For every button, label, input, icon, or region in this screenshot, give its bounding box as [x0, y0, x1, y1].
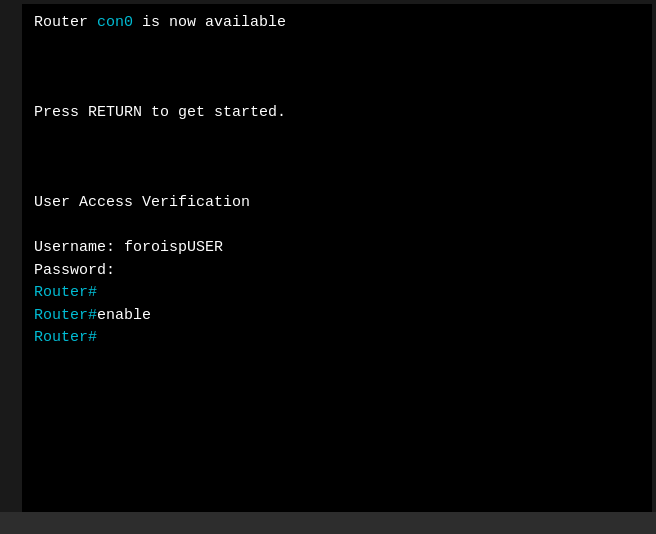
- terminal-line-uav: User Access Verification: [34, 192, 640, 215]
- terminal-line-enable: Router#enable: [34, 305, 640, 328]
- text-con0: con0: [97, 14, 133, 31]
- text-username: Username: foroispUSER: [34, 239, 223, 256]
- terminal-window[interactable]: Router con0 is now available Press RETUR…: [22, 4, 652, 512]
- blank-line: [34, 147, 640, 170]
- text-router: Router: [34, 14, 97, 31]
- text-enable: enable: [97, 307, 151, 324]
- blank-line: [34, 80, 640, 103]
- text-user-access: User Access Verification: [34, 194, 250, 211]
- blank-line: [34, 215, 640, 238]
- text-password: Password:: [34, 262, 115, 279]
- text-available: is now available: [133, 14, 286, 31]
- terminal-line-username: Username: foroispUSER: [34, 237, 640, 260]
- terminal-line-password: Password:: [34, 260, 640, 283]
- terminal-line-press: Press RETURN to get started.: [34, 102, 640, 125]
- terminal-line-1: Router con0 is now available: [34, 12, 640, 35]
- text-press-return: Press RETURN to get started.: [34, 104, 286, 121]
- text-prompt2: Router#: [34, 307, 97, 324]
- status-bar: [0, 512, 656, 534]
- text-prompt1: Router#: [34, 284, 97, 301]
- text-prompt3: Router#: [34, 329, 97, 346]
- blank-line: [34, 35, 640, 58]
- blank-line: [34, 57, 640, 80]
- terminal-line-prompt3: Router#: [34, 327, 640, 350]
- blank-line: [34, 170, 640, 193]
- blank-line: [34, 125, 640, 148]
- terminal-line-prompt1: Router#: [34, 282, 640, 305]
